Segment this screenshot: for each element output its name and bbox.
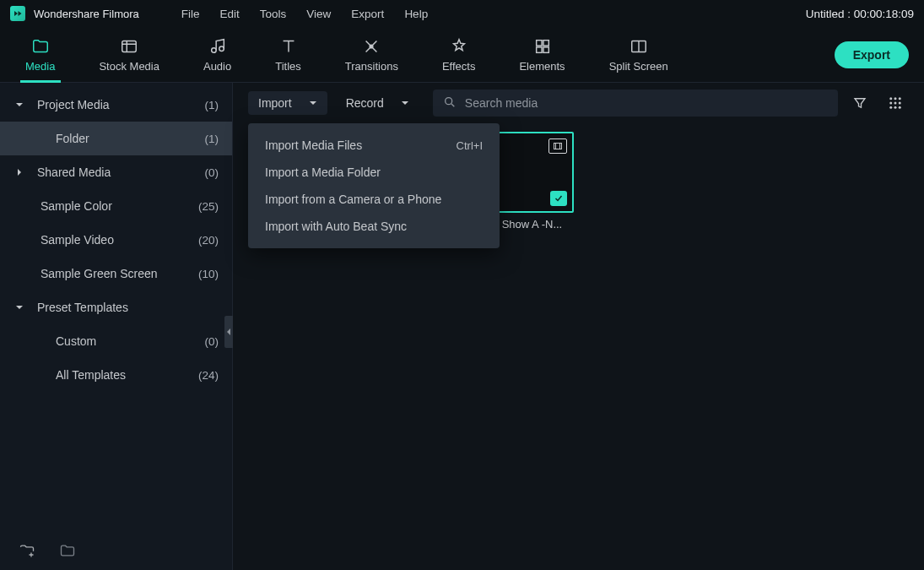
svg-point-17	[894, 106, 897, 109]
sidebar-item-count: (0)	[205, 335, 219, 348]
dropdown-item-label: Import from a Camera or a Phone	[265, 193, 441, 206]
svg-point-9	[445, 97, 451, 104]
sidebar: Project Media (1) Folder (1) Shared Medi…	[0, 83, 233, 570]
tab-label: Titles	[275, 60, 301, 73]
dropdown-item-label: Import a Media Folder	[265, 166, 381, 179]
video-badge-icon	[548, 138, 567, 154]
svg-point-12	[899, 97, 901, 100]
tab-label: Effects	[442, 60, 476, 73]
tab-label: Audio	[203, 60, 231, 73]
tab-label: Split Screen	[609, 60, 668, 73]
tab-label: Elements	[519, 60, 565, 73]
tab-split-screen[interactable]: Split Screen	[599, 27, 678, 83]
svg-point-14	[894, 102, 897, 105]
workspace: Project Media (1) Folder (1) Shared Medi…	[0, 83, 924, 570]
search-input[interactable]	[465, 96, 828, 110]
menu-item[interactable]: Export	[351, 8, 384, 20]
sidebar-item-label: Shared Media	[37, 166, 205, 179]
svg-point-11	[894, 97, 897, 100]
main-panel: Import Record Import Media	[233, 83, 924, 570]
tab-audio[interactable]: Audio	[193, 27, 241, 83]
folder-outline-icon[interactable]	[59, 542, 76, 562]
svg-point-15	[899, 102, 901, 105]
record-dropdown-button[interactable]: Record	[336, 91, 419, 115]
svg-rect-0	[122, 41, 137, 52]
sidebar-item-preset-templates[interactable]: Preset Templates	[0, 290, 232, 324]
tab-effects[interactable]: Effects	[432, 27, 486, 83]
menu-item[interactable]: File	[181, 8, 200, 20]
chevron-down-icon	[15, 303, 27, 312]
sidebar-item-count: (25)	[198, 200, 219, 213]
stock-icon	[120, 37, 138, 56]
sidebar-item-label: Sample Video	[41, 233, 198, 247]
media-toolbar: Import Record	[233, 83, 924, 123]
search-icon	[443, 95, 457, 111]
music-icon	[208, 37, 227, 56]
sidebar-item-count: (24)	[198, 369, 219, 382]
sidebar-tree: Project Media (1) Folder (1) Shared Medi…	[0, 83, 232, 533]
sidebar-item-label: Project Media	[37, 98, 205, 111]
svg-rect-19	[554, 144, 562, 149]
title-bar: Wondershare Filmora File Edit Tools View…	[0, 0, 924, 27]
project-info: Untitled : 00:00:18:09	[806, 8, 914, 20]
sidebar-item-sample-video[interactable]: Sample Video (20)	[0, 223, 232, 257]
sidebar-item-label: Sample Color	[41, 199, 198, 213]
menu-item[interactable]: Help	[404, 8, 428, 20]
sidebar-item-project-media[interactable]: Project Media (1)	[0, 88, 232, 122]
chevron-right-icon	[15, 168, 27, 176]
import-dropdown-menu: Import Media Files Ctrl+I Import a Media…	[248, 123, 500, 248]
dropdown-item-import-files[interactable]: Import Media Files Ctrl+I	[248, 132, 500, 159]
svg-point-18	[899, 106, 901, 109]
sidebar-item-label: Sample Green Screen	[41, 267, 198, 280]
sidebar-item-sample-color[interactable]: Sample Color (25)	[0, 189, 232, 223]
sidebar-item-label: Folder	[56, 132, 205, 145]
filter-icon[interactable]	[846, 90, 873, 117]
sidebar-item-all-templates[interactable]: All Templates (24)	[0, 358, 232, 392]
svg-point-16	[889, 106, 892, 109]
search-wrapper	[433, 90, 838, 117]
transitions-icon	[362, 37, 381, 56]
svg-rect-6	[536, 46, 541, 52]
tab-label: Stock Media	[99, 60, 159, 73]
svg-point-2	[219, 46, 224, 52]
tab-transitions[interactable]: Transitions	[335, 27, 408, 83]
sidebar-item-label: Preset Templates	[37, 301, 219, 314]
dropdown-item-import-beat-sync[interactable]: Import with Auto Beat Sync	[248, 213, 500, 240]
menu-item[interactable]: Tools	[260, 8, 287, 20]
record-label: Record	[346, 96, 384, 110]
titles-icon	[279, 37, 298, 56]
dropdown-item-import-camera[interactable]: Import from a Camera or a Phone	[248, 186, 500, 213]
split-icon	[630, 37, 648, 56]
export-button[interactable]: Export	[835, 41, 909, 68]
chevron-down-icon	[15, 100, 27, 109]
tab-titles[interactable]: Titles	[265, 27, 311, 83]
import-dropdown-button[interactable]: Import	[248, 91, 327, 115]
sidebar-item-sample-green-screen[interactable]: Sample Green Screen (10)	[0, 257, 232, 290]
sidebar-item-shared-media[interactable]: Shared Media (0)	[0, 155, 232, 189]
tab-stock-media[interactable]: Stock Media	[89, 27, 170, 83]
app-logo	[10, 6, 25, 21]
sidebar-item-count: (20)	[198, 234, 219, 247]
folder-icon	[31, 37, 50, 56]
collapse-sidebar-handle[interactable]	[224, 316, 233, 348]
elements-icon	[533, 37, 552, 56]
tab-media[interactable]: Media	[15, 27, 65, 83]
effects-icon	[450, 37, 468, 56]
menu-item[interactable]: Edit	[220, 8, 240, 20]
tab-elements[interactable]: Elements	[509, 27, 575, 83]
svg-rect-5	[543, 40, 548, 45]
sidebar-item-count: (1)	[205, 99, 219, 111]
dropdown-item-import-folder[interactable]: Import a Media Folder	[248, 159, 500, 186]
svg-point-13	[889, 102, 892, 105]
tab-label: Media	[25, 60, 55, 73]
sidebar-item-custom[interactable]: Custom (0)	[0, 324, 232, 358]
dropdown-item-shortcut: Ctrl+I	[457, 139, 483, 152]
new-folder-icon[interactable]	[19, 542, 35, 562]
sidebar-item-label: All Templates	[56, 368, 198, 382]
svg-rect-4	[536, 40, 541, 45]
check-icon	[550, 191, 567, 206]
sidebar-item-folder[interactable]: Folder (1)	[0, 122, 232, 155]
grid-view-icon[interactable]	[882, 90, 909, 117]
menu-item[interactable]: View	[306, 8, 331, 20]
app-title: Wondershare Filmora	[34, 8, 139, 20]
